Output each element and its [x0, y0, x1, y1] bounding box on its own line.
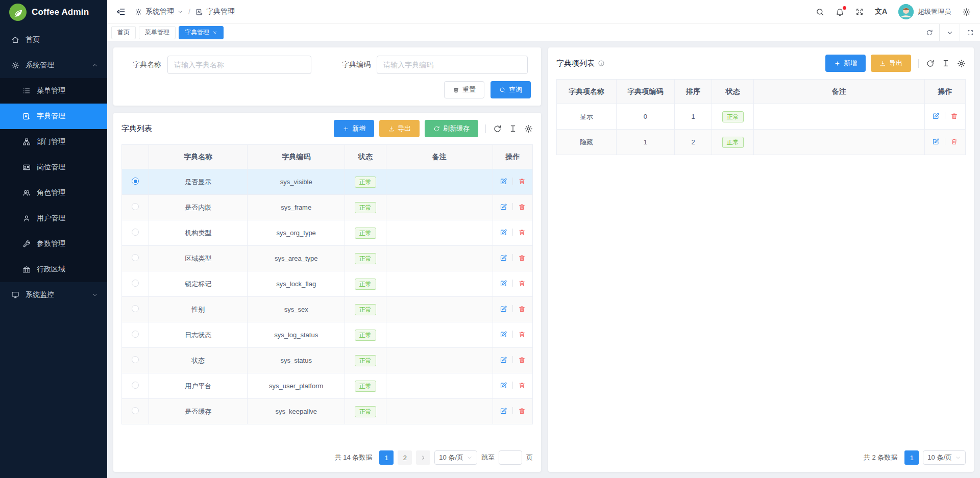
item-table-settings-button[interactable] [957, 59, 966, 68]
edit-icon[interactable] [500, 305, 507, 313]
delete-icon[interactable] [518, 407, 526, 415]
item-export-button[interactable]: 导出 [871, 55, 911, 72]
plus-icon [834, 60, 841, 67]
dict-name-input[interactable] [167, 56, 311, 74]
query-button[interactable]: 查询 [491, 81, 531, 98]
chevron-down-icon [467, 455, 473, 461]
tab-dropdown-button[interactable] [939, 24, 960, 41]
text-height-icon [509, 124, 517, 133]
jump-page-input[interactable] [499, 450, 522, 465]
dict-code-input[interactable] [377, 56, 528, 74]
tab-menu[interactable]: 菜单管理 [139, 26, 176, 39]
item-sort-cell: 1 [674, 104, 712, 130]
delete-icon[interactable] [518, 203, 526, 211]
delete-icon[interactable] [518, 178, 526, 185]
user-menu[interactable]: 超级管理员 [898, 4, 951, 19]
dict-add-button[interactable]: 新增 [334, 120, 374, 137]
delete-icon[interactable] [518, 280, 526, 287]
row-radio[interactable] [132, 382, 139, 389]
row-radio[interactable] [132, 407, 139, 414]
delete-icon[interactable] [518, 331, 526, 338]
search-button[interactable] [816, 8, 824, 16]
delete-icon[interactable] [518, 254, 526, 262]
edit-icon[interactable] [500, 356, 507, 364]
delete-icon[interactable] [518, 356, 526, 364]
row-radio[interactable] [132, 305, 139, 312]
dict-refresh-cache-button[interactable]: 刷新缓存 [425, 120, 478, 137]
breadcrumb-item-system[interactable]: 系统管理 [135, 7, 183, 16]
edit-icon[interactable] [500, 280, 507, 287]
reset-button[interactable]: 重置 [444, 81, 484, 98]
dict-table: 字典名称字典编码状态备注操作是否显示sys_visible正常是否内嵌sys_f… [121, 144, 533, 424]
dict-code-cell: sys_lock_flag [248, 271, 345, 297]
next-page-button[interactable] [416, 450, 430, 465]
collapse-sidebar-button[interactable] [116, 7, 126, 16]
sidebar-item-param[interactable]: 参数管理 [0, 231, 107, 257]
gear-icon [524, 124, 533, 133]
item-add-button[interactable]: 新增 [825, 55, 866, 72]
plus-icon [342, 125, 349, 132]
sidebar: Coffee Admin 首页系统管理菜单管理字典管理部门管理岗位管理角色管理用… [0, 0, 107, 478]
fullscreen-button[interactable] [855, 8, 864, 16]
delete-icon[interactable] [518, 382, 526, 389]
edit-icon[interactable] [500, 382, 507, 389]
dict-code-group: 字典编码 [333, 56, 528, 74]
edit-icon[interactable] [500, 254, 507, 262]
delete-icon[interactable] [518, 229, 526, 236]
tab-maximize-button[interactable] [960, 24, 980, 41]
sidebar-item-post[interactable]: 岗位管理 [0, 155, 107, 180]
notification-button[interactable] [836, 8, 844, 16]
sidebar-item-dict[interactable]: 字典管理 [0, 104, 107, 129]
page-size-select[interactable]: 10 条/页 [434, 450, 477, 465]
sidebar-item-monitor[interactable]: 系统监控 [0, 282, 107, 308]
column-header: 备注 [386, 145, 493, 169]
edit-icon[interactable] [500, 178, 507, 185]
tab-dict[interactable]: 字典管理 [179, 26, 224, 39]
edit-icon[interactable] [500, 407, 507, 415]
row-radio[interactable] [132, 331, 139, 338]
breadcrumb-item-dict[interactable]: 字典管理 [195, 7, 235, 16]
tab-refresh-button[interactable] [919, 24, 939, 41]
edit-icon[interactable] [500, 331, 507, 338]
sidebar-item-menu[interactable]: 菜单管理 [0, 78, 107, 104]
delete-icon[interactable] [518, 305, 526, 313]
edit-icon[interactable] [500, 203, 507, 211]
dict-name-cell: 状态 [149, 348, 248, 373]
dict-name-group: 字典名称 [124, 56, 311, 74]
logo[interactable]: Coffee Admin [0, 0, 107, 24]
status-badge: 正常 [355, 381, 376, 392]
close-icon[interactable] [212, 30, 217, 35]
row-radio[interactable] [132, 203, 139, 210]
delete-icon[interactable] [950, 112, 958, 120]
dict-table-settings-button[interactable] [524, 124, 533, 133]
row-radio[interactable] [132, 254, 139, 261]
page-button-1[interactable]: 1 [379, 450, 394, 465]
sidebar-item-user[interactable]: 用户管理 [0, 206, 107, 231]
translate-button[interactable]: 文A [875, 7, 887, 16]
sidebar-item-system[interactable]: 系统管理 [0, 53, 107, 78]
dict-export-button[interactable]: 导出 [379, 120, 420, 137]
sidebar-item-role[interactable]: 角色管理 [0, 180, 107, 206]
row-radio[interactable] [132, 356, 139, 363]
page-button-2[interactable]: 2 [398, 450, 412, 465]
sidebar-item-region[interactable]: 行政区域 [0, 257, 107, 282]
row-radio[interactable] [132, 229, 139, 236]
dict-table-refresh-button[interactable] [493, 124, 502, 133]
edit-icon[interactable] [932, 138, 940, 145]
sidebar-item-home[interactable]: 首页 [0, 27, 107, 53]
item-table-refresh-button[interactable] [926, 59, 935, 68]
remark-cell [386, 220, 493, 246]
sidebar-item-dept[interactable]: 部门管理 [0, 129, 107, 155]
page-button-1[interactable]: 1 [904, 450, 919, 465]
item-table-density-button[interactable] [942, 59, 950, 67]
row-radio[interactable] [132, 280, 139, 287]
page-size-select[interactable]: 10 条/页 [923, 450, 966, 465]
settings-button[interactable] [962, 8, 971, 16]
edit-icon[interactable] [932, 112, 940, 120]
edit-icon[interactable] [500, 229, 507, 236]
row-radio[interactable] [132, 178, 139, 185]
dict-table-density-button[interactable] [509, 124, 517, 133]
menu-fold-icon [116, 7, 126, 16]
delete-icon[interactable] [950, 138, 958, 145]
tab-home[interactable]: 首页 [111, 26, 136, 39]
